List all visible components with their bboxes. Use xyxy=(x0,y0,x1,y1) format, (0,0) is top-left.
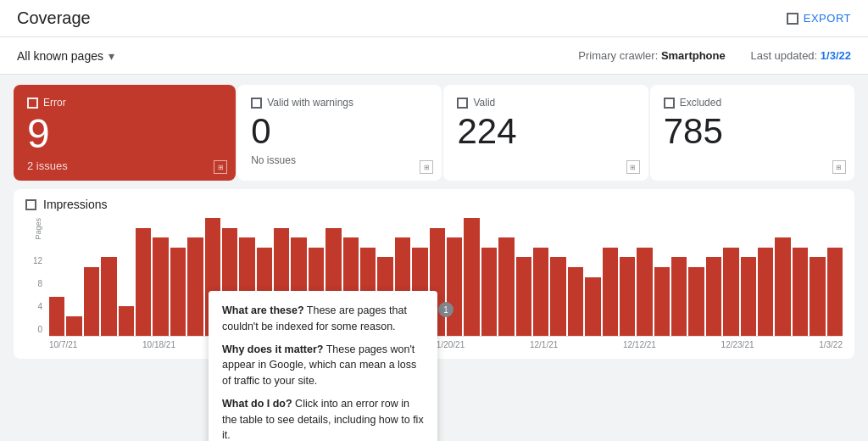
circle-value: 1 xyxy=(443,305,448,315)
bar-26[interactable] xyxy=(498,237,514,336)
filter-right: Primary crawler: Smartphone Last updated… xyxy=(578,49,851,62)
last-updated-value: 1/3/22 xyxy=(821,49,851,62)
card-valid-warnings-header: Valid with warnings xyxy=(251,97,428,109)
bar-43[interactable] xyxy=(793,248,808,336)
circle-indicator: 1 xyxy=(438,302,453,317)
filter-left: All known pages ▾ xyxy=(17,49,114,63)
card-error-checkbox[interactable] xyxy=(27,98,38,109)
card-valid-label: Valid xyxy=(473,97,495,109)
filter-bar: All known pages ▾ Primary crawler: Smart… xyxy=(0,37,868,75)
bar-29[interactable] xyxy=(550,257,565,336)
impressions-checkbox[interactable] xyxy=(25,199,36,210)
separator xyxy=(732,49,743,62)
card-valid-expand-icon[interactable]: ⊞ xyxy=(626,160,640,174)
bar-23[interactable] xyxy=(447,237,462,336)
x-label-1: 10/18/21 xyxy=(142,340,175,349)
bar-24[interactable] xyxy=(464,218,479,336)
card-excluded-label: Excluded xyxy=(680,97,721,109)
last-updated-label: Last updated: xyxy=(750,49,817,62)
bar-3[interactable] xyxy=(101,257,116,336)
bar-2[interactable] xyxy=(84,267,99,336)
bar-37[interactable] xyxy=(688,267,704,336)
bar-38[interactable] xyxy=(706,257,721,336)
card-excluded-checkbox[interactable] xyxy=(664,98,675,109)
x-label-0: 10/7/21 xyxy=(49,340,77,349)
filter-dropdown-icon[interactable]: ▾ xyxy=(108,49,114,63)
bar-40[interactable] xyxy=(741,257,756,336)
bar-34[interactable] xyxy=(637,248,652,336)
card-valid: Valid 224 ⊞ xyxy=(443,85,648,181)
primary-crawler-label: Primary crawler: xyxy=(578,49,658,62)
card-error-value: 9 xyxy=(27,114,222,154)
y-label-4: 4 xyxy=(37,302,42,311)
page-title: Coverage xyxy=(17,8,91,28)
bar-36[interactable] xyxy=(671,257,687,336)
chart-area: Impressions Pages 12 8 4 0 1 10/7/21 xyxy=(14,189,854,359)
export-label: EXPORT xyxy=(804,12,851,25)
y-label-pages: Pages xyxy=(34,218,42,240)
bar-28[interactable] xyxy=(533,248,548,336)
top-bar: Coverage EXPORT xyxy=(0,0,868,37)
x-label-7: 12/23/21 xyxy=(721,340,754,349)
y-axis: Pages 12 8 4 0 xyxy=(25,218,49,349)
card-error-header: Error xyxy=(27,97,222,109)
x-label-6: 12/12/21 xyxy=(623,340,656,349)
card-valid-warnings-checkbox[interactable] xyxy=(251,98,262,109)
card-valid-warnings-value: 0 xyxy=(251,114,428,149)
bars-area: 1 10/7/21 10/18/21 10/29/21 11/9/21 11/2… xyxy=(49,218,843,349)
bar-25[interactable] xyxy=(481,248,497,336)
bar-1[interactable] xyxy=(66,316,81,336)
y-label-12: 12 xyxy=(33,256,42,265)
card-excluded-expand-icon[interactable]: ⊞ xyxy=(832,160,846,174)
bar-8[interactable] xyxy=(187,237,203,336)
tooltip-q2: Why does it matter? These pages won't ap… xyxy=(222,342,424,389)
bar-41[interactable] xyxy=(758,248,773,336)
x-label-8: 1/3/22 xyxy=(819,340,843,349)
card-valid-warnings: Valid with warnings 0 No issues ⊞ xyxy=(237,85,442,181)
bar-0[interactable] xyxy=(49,297,64,336)
bar-30[interactable] xyxy=(568,267,583,336)
card-error-label: Error xyxy=(43,97,66,109)
tooltip-popup: What are these? These are pages that cou… xyxy=(209,291,437,441)
filter-label[interactable]: All known pages xyxy=(17,49,103,63)
card-valid-warnings-label: Valid with warnings xyxy=(267,97,353,109)
bar-4[interactable] xyxy=(119,306,134,336)
bar-31[interactable] xyxy=(585,277,600,337)
card-valid-warnings-expand-icon[interactable]: ⊞ xyxy=(420,160,433,174)
main-content: Error 9 2 issues ⊞ Valid with warnings 0… xyxy=(0,75,868,369)
chart-top: Impressions xyxy=(25,198,843,211)
bar-44[interactable] xyxy=(810,257,825,336)
export-button[interactable]: EXPORT xyxy=(787,12,851,25)
card-error-sub: 2 issues xyxy=(27,159,222,172)
card-excluded: Excluded 785 ⊞ xyxy=(650,85,854,181)
bar-45[interactable] xyxy=(827,248,843,336)
card-excluded-value: 785 xyxy=(664,114,841,149)
bar-5[interactable] xyxy=(136,228,151,336)
y-label-0: 0 xyxy=(37,325,42,334)
x-label-5: 12/1/21 xyxy=(530,340,558,349)
card-valid-checkbox[interactable] xyxy=(457,98,468,109)
tooltip-q3: What do I do? Click into an error row in… xyxy=(222,396,424,441)
bars-container: 1 xyxy=(49,218,843,337)
tooltip-q1: What are these? These are pages that cou… xyxy=(222,303,424,335)
card-valid-value: 224 xyxy=(457,114,634,149)
card-error-expand-icon[interactable]: ⊞ xyxy=(214,160,227,174)
card-valid-warnings-sub: No issues xyxy=(251,154,428,166)
bar-42[interactable] xyxy=(775,237,790,336)
cards-row: Error 9 2 issues ⊞ Valid with warnings 0… xyxy=(14,85,854,181)
primary-crawler-value: Smartphone xyxy=(661,49,726,62)
bar-6[interactable] xyxy=(153,237,168,336)
card-excluded-header: Excluded xyxy=(664,97,841,109)
card-valid-header: Valid xyxy=(457,97,634,109)
bar-39[interactable] xyxy=(723,248,738,336)
card-error: Error 9 2 issues ⊞ xyxy=(14,85,236,181)
bar-7[interactable] xyxy=(170,248,186,336)
y-label-8: 8 xyxy=(37,279,42,288)
export-checkbox-icon xyxy=(787,13,798,25)
bar-33[interactable] xyxy=(620,257,635,336)
x-labels: 10/7/21 10/18/21 10/29/21 11/9/21 11/20/… xyxy=(49,337,843,349)
impressions-label: Impressions xyxy=(43,198,107,211)
bar-27[interactable] xyxy=(516,257,531,336)
bar-35[interactable] xyxy=(654,267,670,336)
bar-32[interactable] xyxy=(603,248,618,336)
